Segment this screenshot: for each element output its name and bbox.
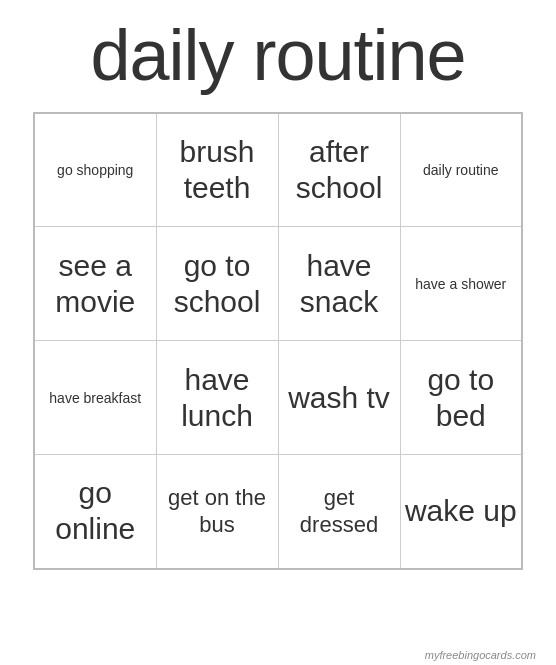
- bingo-cell: wake up: [400, 455, 522, 569]
- title-area: daily routine: [0, 0, 556, 104]
- bingo-cell: go shopping: [34, 113, 156, 227]
- bingo-cell: have a shower: [400, 227, 522, 341]
- bingo-cell: see a movie: [34, 227, 156, 341]
- bingo-cell: go to school: [156, 227, 278, 341]
- bingo-cell: wash tv: [278, 341, 400, 455]
- bingo-cell: have snack: [278, 227, 400, 341]
- page-title: daily routine: [30, 18, 526, 94]
- bingo-cell: after school: [278, 113, 400, 227]
- bingo-cell: have lunch: [156, 341, 278, 455]
- bingo-cell: go to bed: [400, 341, 522, 455]
- bingo-cell: get dressed: [278, 455, 400, 569]
- bingo-cell: get on the bus: [156, 455, 278, 569]
- bingo-cell: go online: [34, 455, 156, 569]
- bingo-cell: brush teeth: [156, 113, 278, 227]
- bingo-card: go shoppingbrush teethafter schooldaily …: [33, 112, 523, 570]
- footer: myfreebingocards.com: [0, 643, 556, 665]
- bingo-cell: daily routine: [400, 113, 522, 227]
- bingo-cell: have breakfast: [34, 341, 156, 455]
